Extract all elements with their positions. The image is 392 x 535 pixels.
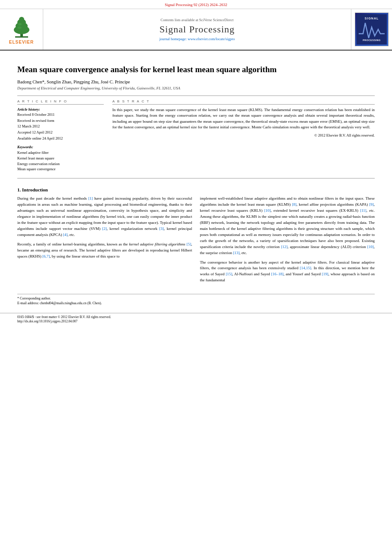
- kaf-italic: kernel adaptive filtering algorithms: [129, 242, 185, 246]
- info-abstract-section: A R T I C L E I N F O Article history: R…: [17, 99, 375, 172]
- abstract-text: In this paper, we study the mean square …: [112, 107, 375, 131]
- introduction-section: 1. Introduction During the past decade t…: [17, 187, 375, 287]
- abstract-heading: A B S T R A C T: [112, 99, 375, 105]
- article-title: Mean square convergence analysis for ker…: [17, 64, 375, 75]
- ref-16-18: [16–18]: [271, 272, 284, 276]
- ref-10b: [10]: [367, 245, 374, 249]
- footnote-section: * Corresponding author. E-mail address: …: [17, 294, 375, 306]
- svg-text:PROCESSING: PROCESSING: [363, 39, 381, 41]
- intro-para-4: The convergence behavior is another key …: [200, 260, 375, 284]
- ref-6-7: [6,7]: [42, 254, 50, 258]
- page: Signal Processing 92 (2012) 2624–2632: [0, 0, 392, 535]
- elsevier-logo-area: ELSEVIER: [0, 9, 43, 50]
- email-value: chenbd04@mails.tsinghua.edu.cn (B. Chen)…: [40, 301, 102, 305]
- svg-point-7: [17, 26, 22, 29]
- ref-15b: [15]: [226, 272, 232, 276]
- ref-4: [4]: [63, 232, 68, 237]
- keyword-3: Energy conservation relation: [17, 161, 104, 167]
- history-label: Article history:: [17, 107, 104, 111]
- journal-reference: Signal Processing 92 (2012) 2624–2632: [0, 0, 392, 9]
- main-content: Mean square convergence analysis for ker…: [0, 51, 392, 291]
- elsevier-wordmark: ELSEVIER: [9, 40, 34, 45]
- license-note: 0165-1684/$ - see front matter © 2012 El…: [17, 315, 375, 320]
- ref-1: [1]: [88, 196, 93, 201]
- journal-homepage: journal homepage: www.elsevier.com/locat…: [159, 37, 235, 41]
- available-date: Available online 24 April 2012: [17, 136, 104, 141]
- email-label: E-mail address:: [17, 301, 39, 305]
- divider-2: [17, 178, 375, 178]
- abstract-col: A B S T R A C T In this paper, we study …: [112, 99, 375, 172]
- received-date: Received 8 October 2011: [17, 112, 104, 118]
- intro-col-right: implement well-established linear adapti…: [200, 196, 375, 287]
- ref-5: [5]: [187, 242, 191, 246]
- ref-3: [3]: [159, 226, 164, 231]
- ref-14-15: [14,15]: [300, 266, 311, 270]
- article-info-heading: A R T I C L E I N F O: [17, 99, 104, 105]
- svg-point-6: [18, 23, 22, 25]
- copyright-text: © 2012 Elsevier B.V. All rights reserved…: [112, 133, 375, 137]
- introduction-two-col: During the past decade the kernel method…: [17, 196, 375, 287]
- affiliation: Department of Electrical and Computer En…: [17, 86, 375, 90]
- ref-13: [13]: [233, 251, 239, 255]
- sp-logo-icon: SIGNAL PROCESSING: [357, 14, 387, 45]
- authors: Badong Chen*, Songlin Zhao, Pingping Zhu…: [17, 80, 375, 84]
- svg-rect-1: [15, 36, 28, 38]
- corresponding-author-note: * Corresponding author.: [17, 296, 375, 301]
- ref-9: [9]: [369, 202, 374, 207]
- journal-header: ELSEVIER Contents lists available at Sci…: [0, 9, 392, 51]
- intro-col-left: During the past decade the kernel method…: [17, 196, 192, 287]
- svg-text:SIGNAL: SIGNAL: [365, 17, 379, 20]
- svg-point-5: [19, 17, 24, 22]
- ref-11: [11]: [360, 208, 367, 213]
- keywords-label: Keywords:: [17, 145, 104, 149]
- corresponding-label: * Corresponding author.: [17, 296, 51, 300]
- keyword-1: Kernel adaptive filter: [17, 150, 104, 156]
- keyword-4: Mean square convergence: [17, 166, 104, 172]
- ref-10: [10]: [264, 208, 271, 213]
- intro-para-3: implement well-established linear adapti…: [200, 196, 375, 256]
- journal-title: Signal Processing: [159, 24, 235, 35]
- email-note: E-mail address: chenbd04@mails.tsinghua.…: [17, 301, 375, 306]
- revised-label: Received in revised form: [17, 118, 104, 124]
- ref-2: [2]: [102, 226, 107, 231]
- ref-19: [19]: [322, 272, 328, 276]
- ref-8: [8]: [292, 202, 296, 207]
- ref-12: [12]: [281, 245, 287, 249]
- doi-note: http://dx.doi.org/10.1016/j.sigpro.2012.…: [17, 319, 375, 324]
- accepted-date: Accepted 12 April 2012: [17, 130, 104, 135]
- revised-date: 12 March 2012: [17, 124, 104, 129]
- footer: 0165-1684/$ - see front matter © 2012 El…: [0, 313, 392, 328]
- intro-para-1: During the past decade the kernel method…: [17, 196, 192, 238]
- sciverse-line: Contents lists available at SciVerse Sci…: [161, 18, 234, 22]
- journal-ref-text: Signal Processing 92 (2012) 2624–2632: [165, 3, 227, 7]
- sp-logo-area: SIGNAL PROCESSING: [351, 9, 392, 50]
- elsevier-tree-icon: [9, 15, 35, 38]
- keyword-2: Kernel least mean square: [17, 156, 104, 161]
- divider: [17, 96, 375, 96]
- sp-logo-box: SIGNAL PROCESSING: [355, 13, 389, 46]
- section-1-title: 1. Introduction: [17, 187, 375, 192]
- journal-title-area: Contents lists available at SciVerse Sci…: [43, 9, 351, 50]
- intro-para-2: Recently, a family of online kernel-lear…: [17, 242, 192, 260]
- article-info-col: A R T I C L E I N F O Article history: R…: [17, 99, 104, 172]
- elsevier-logo: ELSEVIER: [9, 15, 35, 45]
